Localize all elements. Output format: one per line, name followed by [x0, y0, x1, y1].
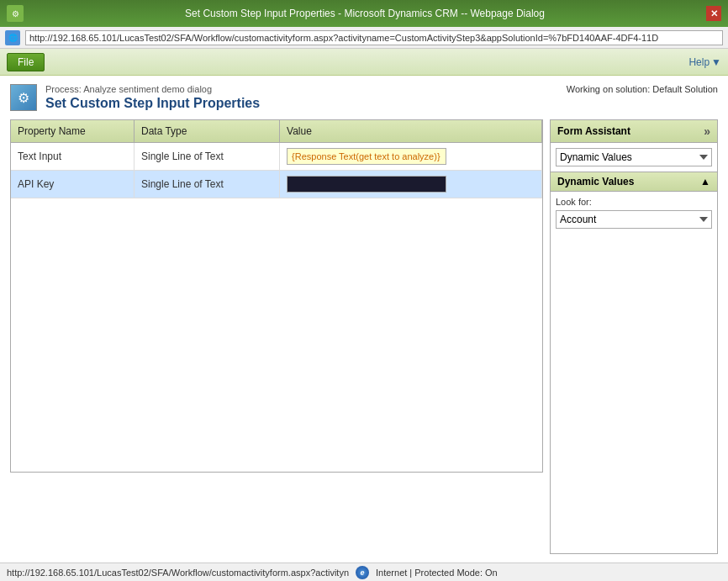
row1-value-cell[interactable]: {Response Text(get text to analyze)}: [280, 143, 542, 171]
dynamic-values-header: Dynamic Values ▲: [551, 172, 717, 192]
col-property-name: Property Name: [11, 120, 134, 143]
process-text-block: Process: Analyze sentiment demo dialog S…: [45, 84, 558, 111]
help-button[interactable]: Help ▼: [688, 56, 721, 68]
title-bar: ⚙ Set Custom Step Input Properties - Mic…: [0, 0, 728, 27]
row2-value-field[interactable]: [287, 176, 446, 193]
look-for-label: Look for:: [556, 197, 712, 207]
properties-table: Property Name Data Type Value Text Input…: [11, 120, 542, 198]
close-button[interactable]: ✕: [706, 6, 721, 21]
content-area: ⚙ Process: Analyze sentiment demo dialog…: [0, 76, 728, 563]
col-value: Value: [280, 120, 542, 143]
properties-section: Property Name Data Type Value Text Input…: [10, 119, 543, 473]
toolbar: File Help ▼: [0, 49, 728, 76]
dynamic-values-body: Look for: Account Contact Lead Opportuni…: [551, 192, 717, 234]
ie-icon: e: [356, 566, 369, 579]
address-bar: 🌐: [0, 27, 728, 49]
form-assistant-panel: Form Assistant » Dynamic Values Static V…: [550, 119, 718, 554]
row2-data-type: Single Line of Text: [134, 171, 279, 198]
process-header: ⚙ Process: Analyze sentiment demo dialog…: [10, 84, 718, 111]
help-arrow: ▼: [711, 56, 721, 68]
row1-property: Text Input: [11, 143, 134, 171]
row2-property: API Key: [11, 171, 134, 198]
row1-value-field[interactable]: {Response Text(get text to analyze)}: [287, 148, 446, 165]
help-label: Help: [688, 56, 710, 68]
table-body: Text Input Single Line of Text {Response…: [11, 143, 542, 198]
toolbar-right: Help ▼: [688, 56, 721, 68]
table-row[interactable]: API Key Single Line of Text: [11, 171, 542, 198]
form-assistant-arrow: »: [704, 124, 710, 138]
file-button[interactable]: File: [7, 53, 45, 71]
look-for-dropdown[interactable]: Account Contact Lead Opportunity: [556, 210, 712, 229]
status-bar: http://192.168.65.101/LucasTest02/SFA/Wo…: [0, 563, 728, 581]
col-data-type: Data Type: [134, 120, 279, 143]
table-header: Property Name Data Type Value: [11, 120, 542, 143]
status-url: http://192.168.65.101/LucasTest02/SFA/Wo…: [7, 568, 349, 578]
dynamic-values-dropdown[interactable]: Dynamic Values Static Values: [556, 148, 712, 166]
app-icon: ⚙: [7, 5, 24, 22]
working-on-label: Working on solution: Default Solution: [567, 84, 718, 94]
dynamic-values-collapse-icon[interactable]: ▲: [700, 176, 710, 188]
dynamic-values-label: Dynamic Values: [557, 176, 634, 188]
main-layout: Property Name Data Type Value Text Input…: [10, 119, 718, 554]
row1-data-type: Single Line of Text: [134, 143, 279, 171]
form-assistant-header: Form Assistant »: [551, 120, 717, 143]
row2-value-cell[interactable]: [280, 171, 542, 198]
process-subtitle: Process: Analyze sentiment demo dialog: [45, 84, 558, 94]
table-row[interactable]: Text Input Single Line of Text {Response…: [11, 143, 542, 171]
title-bar-text: Set Custom Step Input Properties - Micro…: [24, 8, 706, 19]
form-assistant-body: Dynamic Values Static Values: [551, 143, 717, 172]
status-zone: Internet | Protected Mode: On: [376, 568, 498, 578]
process-title: Set Custom Step Input Properties: [45, 96, 558, 111]
process-icon: ⚙: [10, 84, 37, 111]
browser-icon: 🌐: [5, 30, 20, 45]
address-input[interactable]: [25, 30, 723, 45]
form-assistant-title: Form Assistant: [557, 125, 630, 137]
